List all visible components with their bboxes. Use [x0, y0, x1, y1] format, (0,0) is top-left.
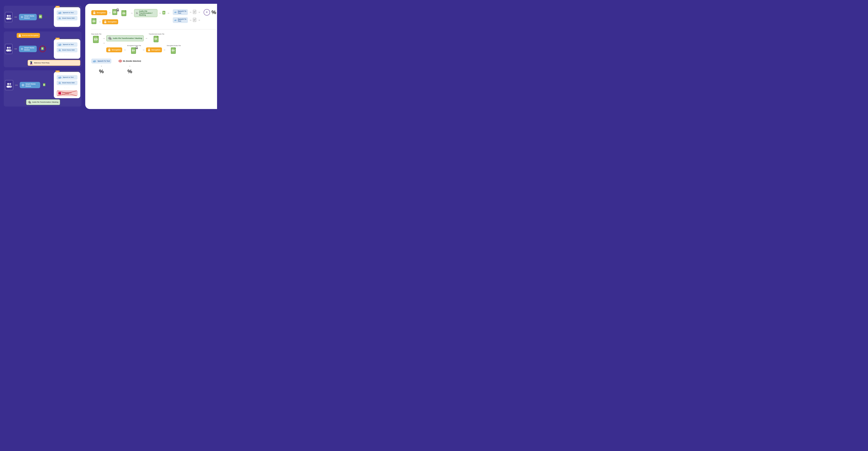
masking-row-3: Audio File Transformation / Masking	[18, 99, 80, 105]
svg-rect-159	[135, 48, 138, 49]
dec-chain-row: → Decryption	[91, 18, 118, 25]
dec-label-rb: Decryption	[152, 49, 160, 51]
right-panel: Encryption →	[85, 4, 217, 109]
masking-node-rt: Audio File Transformation / Masking	[134, 9, 157, 17]
enc-label-rt: Encryption	[97, 12, 106, 13]
svg-point-100	[136, 13, 136, 13]
vpc-subtitle-1: Service Provider Cloud Platform	[60, 6, 80, 7]
svg-point-151	[109, 50, 110, 51]
vpc-label-2: VPC Service Provider Cloud Platform	[56, 38, 80, 39]
enc-node-rt: Encryption	[91, 10, 107, 15]
malicious-row: 🦹 Malicious Third Party	[28, 60, 80, 66]
rb-a2: →	[102, 41, 105, 45]
svg-point-69	[28, 102, 29, 103]
a4: →	[158, 11, 161, 15]
device-box-2: Smart Home Device	[19, 46, 37, 52]
svg-point-2	[9, 15, 11, 17]
enc-label-rb: Encryption	[112, 49, 121, 51]
masking-label-rt: Audio File Transformation / Masking	[139, 10, 156, 16]
a2: →	[98, 20, 101, 23]
vpc-content-3: Speech to Text Smart Home Skill · · ·	[57, 75, 78, 96]
percent-top: %	[212, 9, 216, 16]
vpc-content-1: Speech to Text Smart Home Skill · · ·	[57, 10, 78, 25]
unnecessary-box: Unnecessary Exposure	[57, 90, 78, 96]
svg-rect-80	[116, 9, 119, 11]
percent-rb-1: %	[99, 68, 104, 75]
enc-audio-rb	[131, 47, 137, 55]
vpc-box-3: VPC Service Provider Cloud Platform	[54, 72, 80, 98]
arrow-1: →	[49, 16, 51, 19]
conn-2a	[14, 49, 17, 49]
stt-label-2-rt: Speech To Text	[178, 18, 187, 22]
rt-center-flow: → Audio File Transformation / Masking →	[130, 9, 170, 17]
svc-home-3: Smart Home Skill	[57, 81, 78, 85]
masking-label-rb: Audio File Transformation / Masking	[113, 37, 142, 39]
dec-label-rt: Decryption	[108, 21, 117, 23]
decrypted-col: Decrypted Audio File	[167, 45, 181, 55]
scenario-2-content: End-to-end Encryption	[5, 33, 80, 66]
dec-node-rt: Decryption	[102, 19, 118, 24]
vpc-label-3: VPC Service Provider Cloud Platform	[56, 71, 80, 72]
rb-stt-ml-row: Speech To Text ↓ %	[91, 59, 181, 75]
svg-point-44	[9, 83, 11, 85]
dec-node-rb: Decryption	[146, 48, 162, 52]
rb-a3: →	[145, 37, 148, 40]
conn-3a	[15, 85, 18, 85]
scenario-1: Smart Home Device →	[4, 6, 82, 28]
audio-connector-1	[39, 15, 43, 20]
vpc-subtitle-2: Service Provider Cloud Platform	[60, 38, 80, 39]
home-skill-label-s3: Smart Home Skill	[62, 82, 74, 84]
stt-label-rb: Speech To Text	[97, 60, 110, 62]
stt-node-2: Speech To Text	[173, 17, 188, 23]
svc-speech-1: Speech to Text	[57, 10, 78, 15]
a1: →	[108, 11, 111, 14]
e2e-enc-box: End-to-end Encryption	[17, 33, 40, 38]
rb-masking-path: Audio File Transformation / Masking → Tr…	[106, 33, 181, 43]
scenario-1-row: Smart Home Device →	[5, 7, 80, 27]
decrypted-label: Decrypted Audio File	[167, 45, 181, 47]
svg-point-0	[7, 15, 9, 17]
svg-point-176	[120, 61, 121, 62]
vpc-subtitle-3: Service Provider Cloud Platform	[60, 71, 80, 72]
svc-speech-3: Speech to Text	[57, 75, 78, 80]
svg-point-72	[94, 13, 95, 13]
scenario-3-row: Smart Home Device → VPC Service Pro	[5, 72, 80, 98]
stt-node-1: Speech To Text	[173, 9, 188, 15]
vpc-badge-3: VPC	[56, 71, 60, 72]
device-label-2: Smart Home Device	[24, 47, 35, 51]
transformed-label: Transformed Audio File	[149, 33, 164, 35]
raw-audio-col: Raw Audio File	[91, 33, 101, 44]
svg-point-25	[8, 49, 11, 52]
rb-a1: →	[102, 37, 105, 40]
svg-point-47	[23, 85, 24, 85]
v-conn-3	[25, 101, 25, 104]
svg-point-5	[22, 17, 22, 18]
home-skill-label-s2: Smart Home Skill	[62, 49, 74, 51]
percent-rb-2: %	[127, 68, 132, 75]
svg-point-19	[59, 18, 60, 18]
rt-result: = %	[204, 9, 216, 16]
svg-point-70	[30, 103, 31, 104]
svc-home-1: Smart Home Skill	[57, 16, 78, 21]
stt-label-s1: Speech to Text	[63, 12, 73, 13]
stt-node-rb: Speech To Text	[91, 59, 112, 63]
stt-col-rb: Speech To Text ↓ %	[91, 59, 112, 75]
vpc-box-1: VPC Service Provider Cloud Platform	[54, 7, 80, 27]
home-skill-label-s1: Smart Home Skill	[62, 17, 74, 19]
scenario-3-content: Smart Home Device → VPC Service Pro	[5, 72, 80, 105]
svg-point-21	[20, 36, 20, 36]
masking-box-3: Audio File Transformation / Masking	[26, 99, 60, 105]
stt-branch-2: Speech To Text → →	[173, 17, 200, 23]
a3: →	[130, 11, 133, 15]
svg-point-142	[110, 38, 112, 39]
equal-circle: =	[204, 9, 210, 16]
enc-row-2: End-to-end Encryption	[17, 33, 80, 38]
scenario-3: Smart Home Device → VPC Service Pro	[4, 71, 82, 107]
dots-s1: · · ·	[57, 22, 78, 24]
ml-node-rb: ML (Gender detection)	[117, 59, 143, 63]
dots-s3: · · ·	[57, 86, 78, 89]
svg-point-89	[105, 22, 106, 23]
transformed-col: Transformed Audio File	[149, 33, 164, 43]
a7: →	[198, 10, 200, 13]
connector-1a	[14, 17, 17, 17]
